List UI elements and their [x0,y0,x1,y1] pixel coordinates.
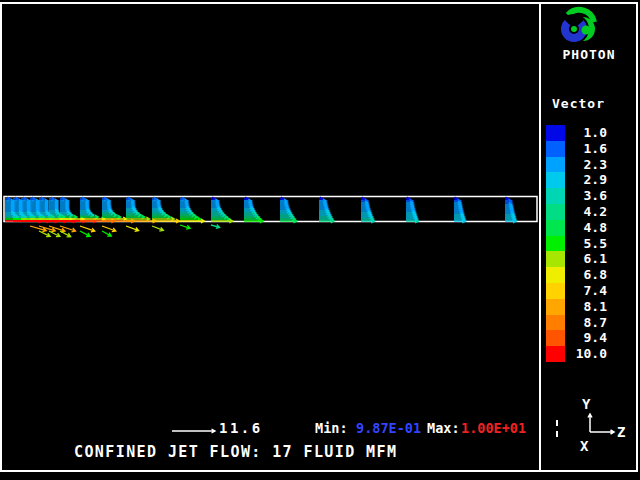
window-border [0,2,638,472]
colorscale-row: 5.5 [546,236,607,252]
photon-logo-label: PHOTON [540,47,638,62]
colorscale-label: 10.0 [565,346,607,362]
colorscale-row: 6.8 [546,267,607,283]
colorscale-row: 2.3 [546,157,607,173]
plot-title: CONFINED JET FLOW: 17 FLUID MFM [74,443,397,461]
axis-label-x: X [580,438,588,454]
colorscale-swatch [546,141,565,157]
colorscale-label: 3.6 [565,188,607,204]
colorscale-swatch [546,188,565,204]
colorscale-row: 1.0 [546,125,607,141]
legend-title: Vector [552,96,605,111]
reference-arrow-value: 11.6 [219,420,263,436]
min-value: 9.87E-01 [356,420,421,436]
colorscale-row: 10.0 [546,346,607,362]
colorscale-swatch [546,299,565,315]
colorscale-swatch [546,172,565,188]
colorscale-swatch [546,346,565,362]
max-value: 1.00E+01 [461,420,526,436]
colorscale-row: 8.1 [546,299,607,315]
colorscale-swatch [546,204,565,220]
colorscale-row: 4.8 [546,220,607,236]
colorscale-label: 2.3 [565,157,607,173]
colorscale-label: 8.1 [565,299,607,315]
colorscale-swatch [546,330,565,346]
colorscale-label: 6.8 [565,267,607,283]
min-label: Min: [315,420,348,436]
colorscale-row: 9.4 [546,330,607,346]
axis-label-y: Y [582,396,590,412]
max-label: Max: [427,420,460,436]
colorscale-label: 8.7 [565,315,607,331]
colorscale-row: 8.7 [546,315,607,331]
colorscale-label: 6.1 [565,251,607,267]
colorscale-row: 1.6 [546,141,607,157]
colorscale-row: 3.6 [546,188,607,204]
panel-divider [539,2,541,472]
photon-app-window: 11.6 Min: 9.87E-01 Max: 1.00E+01 CONFINE… [0,0,640,480]
colorscale-label: 7.4 [565,283,607,299]
colorscale-swatch [546,267,565,283]
axis-label-z: Z [617,424,625,440]
colorscale-swatch [546,283,565,299]
colorscale-swatch [546,251,565,267]
colorscale-label: 2.9 [565,172,607,188]
colorscale-swatch [546,236,565,252]
colorscale-swatch [546,157,565,173]
colorscale-row: 6.1 [546,251,607,267]
colorscale-swatch [546,125,565,141]
colorscale-row: 2.9 [546,172,607,188]
colorscale-label: 4.2 [565,204,607,220]
colorscale-label: 9.4 [565,330,607,346]
colorscale-row: 7.4 [546,283,607,299]
colorscale-row: 4.2 [546,204,607,220]
colorscale-label: 1.0 [565,125,607,141]
colorscale-label: 1.6 [565,141,607,157]
colorscale-swatch [546,315,565,331]
colorscale-legend: 1.01.62.32.93.64.24.85.56.16.87.48.18.79… [546,125,607,362]
axis-hidden-dash-icon [556,420,558,437]
colorscale-swatch [546,220,565,236]
colorscale-label: 5.5 [565,236,607,252]
colorscale-label: 4.8 [565,220,607,236]
